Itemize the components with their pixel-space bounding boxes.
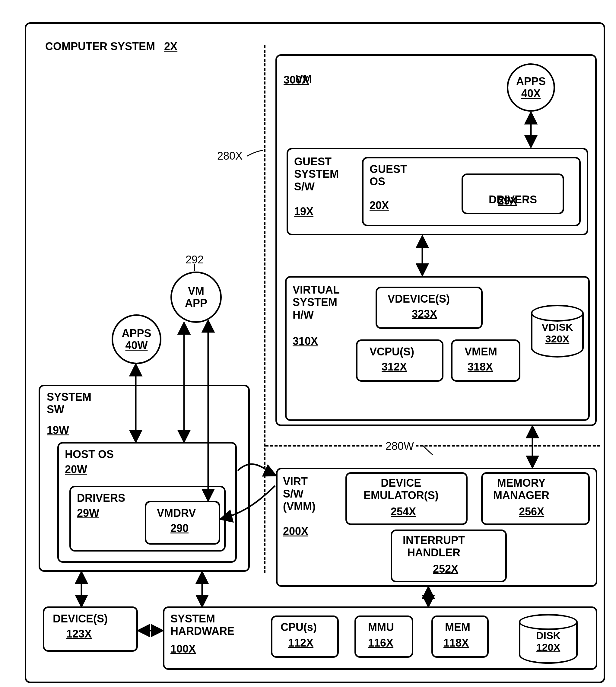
boundary-280w-label: 280W bbox=[383, 440, 416, 452]
vdevice-title: VDEVICE(S) bbox=[388, 293, 450, 305]
interrupt-handler-title: INTERRUPT HANDLER bbox=[403, 534, 465, 559]
vcpu-title: VCPU(S) bbox=[370, 346, 414, 358]
mmu-ref: 116X bbox=[368, 637, 393, 649]
vmapp-ref: 292 bbox=[185, 253, 204, 266]
dashed-boundary-vertical bbox=[264, 45, 265, 573]
vmem-ref: 318X bbox=[467, 360, 493, 373]
disk-cylinder: DISK 120X bbox=[519, 614, 578, 664]
virtual-hw-ref: 310X bbox=[293, 335, 318, 347]
vmm-ref: 200X bbox=[283, 525, 308, 537]
virtual-hw-title: VIRTUAL SYSTEM H/W bbox=[293, 284, 340, 321]
apps-x-circle: APPS 40X bbox=[507, 63, 555, 112]
guest-os-title: GUEST OS bbox=[370, 163, 407, 188]
memory-manager-title: MEMORY MANAGER bbox=[493, 477, 549, 502]
vmem-title: VMEM bbox=[465, 346, 497, 358]
device-emulator-ref: 254X bbox=[391, 505, 416, 518]
vdisk-cylinder: VDISK 320X bbox=[531, 305, 584, 357]
vmapp-circle: VM APP bbox=[171, 271, 222, 323]
computer-system-title: COMPUTER SYSTEM 2X bbox=[33, 28, 177, 65]
devices-ref: 123X bbox=[66, 627, 92, 640]
drivers-w-title: DRIVERS bbox=[77, 492, 125, 504]
cpu-title: CPU(s) bbox=[281, 621, 317, 633]
boundary-280x-label: 280X bbox=[217, 150, 243, 162]
diagram-canvas: COMPUTER SYSTEM 2X 280X 280W VM 300X APP… bbox=[6, 6, 616, 687]
apps-w-circle: APPS 40W bbox=[112, 314, 161, 364]
system-sw-title: SYSTEM SW bbox=[47, 391, 91, 416]
drivers-x-ref: 29X bbox=[498, 195, 517, 207]
vmdrv-ref: 290 bbox=[171, 522, 189, 534]
interrupt-handler-ref: 252X bbox=[433, 563, 458, 575]
guest-system-sw-title: GUEST SYSTEM S/W bbox=[294, 155, 339, 193]
drivers-w-ref: 29W bbox=[77, 507, 99, 519]
system-sw-ref: 19W bbox=[47, 424, 69, 436]
devices-title: DEVICE(S) bbox=[53, 613, 108, 625]
mmu-title: MMU bbox=[368, 621, 394, 633]
system-hardware-ref: 100X bbox=[171, 643, 196, 655]
memory-manager-ref: 256X bbox=[519, 505, 544, 518]
device-emulator-title: DEVICE EMULATOR(S) bbox=[364, 477, 439, 502]
vmm-title: VIRT S/W (VMM) bbox=[283, 475, 315, 513]
guest-system-sw-ref: 19X bbox=[294, 205, 313, 218]
host-os-ref: 20W bbox=[65, 463, 87, 475]
vdevice-ref: 323X bbox=[412, 308, 437, 320]
vmdrv-title: VMDRV bbox=[157, 507, 196, 519]
guest-os-ref: 20X bbox=[370, 199, 389, 212]
dashed-boundary-horizontal bbox=[265, 445, 600, 446]
mem-title: MEM bbox=[445, 621, 470, 633]
vm-ref: 300X bbox=[284, 74, 309, 86]
mem-ref: 118X bbox=[443, 637, 469, 649]
host-os-title: HOST OS bbox=[65, 448, 114, 460]
cpu-ref: 112X bbox=[288, 637, 313, 649]
vcpu-ref: 312X bbox=[381, 360, 407, 373]
system-hardware-title: SYSTEM HARDWARE bbox=[171, 613, 235, 638]
